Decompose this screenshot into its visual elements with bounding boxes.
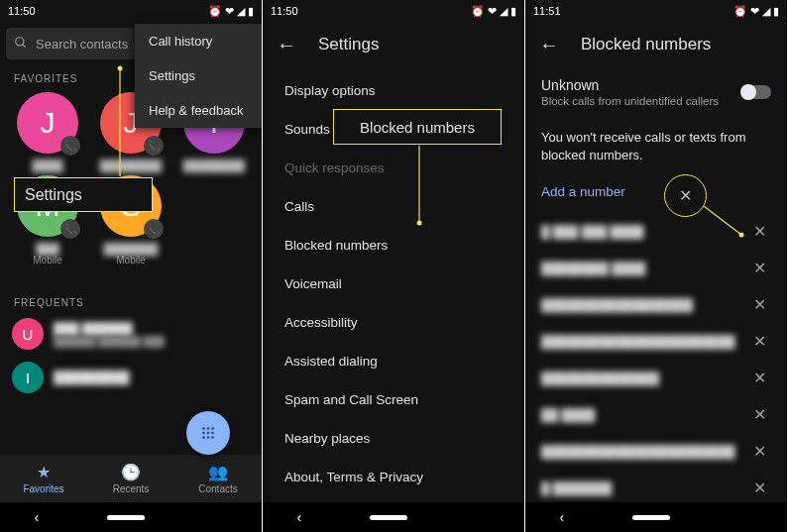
tab-contacts[interactable]: 👥 Contacts (174, 455, 262, 502)
avatar-i: I (12, 362, 44, 393)
svg-point-9 (207, 436, 210, 439)
callout-blocked-numbers: Blocked numbers (333, 109, 502, 145)
nav-home[interactable] (107, 515, 145, 520)
blocked-item: ██ ████✕ (535, 396, 777, 433)
status-icons: ⏰ ❤ ◢ ▮ (733, 5, 779, 18)
phone-icon: 📞 (144, 219, 164, 239)
android-navbar: ‹ (263, 502, 524, 532)
setting-accessibility[interactable]: Accessibility (263, 303, 524, 342)
setting-quick-responses[interactable]: Quick responses (263, 149, 524, 187)
phone-icon: 📞 (60, 136, 80, 156)
setting-voicemail[interactable]: Voicemail (263, 265, 524, 303)
nav-home[interactable] (632, 515, 670, 520)
menu-settings[interactable]: Settings (135, 58, 262, 93)
back-arrow-icon[interactable]: ← (277, 34, 296, 56)
svg-point-10 (211, 436, 214, 439)
callout-settings: Settings (14, 177, 153, 212)
svg-point-7 (211, 432, 214, 435)
remove-icon[interactable]: ✕ (747, 332, 771, 351)
remove-icon[interactable]: ✕ (747, 295, 771, 314)
add-number-button[interactable]: Add a number (525, 170, 787, 213)
blocked-description: You won't receive calls or texts from bl… (525, 117, 787, 170)
search-icon (14, 36, 28, 53)
svg-point-0 (16, 37, 24, 45)
remove-icon[interactable]: ✕ (747, 222, 771, 241)
svg-point-3 (207, 427, 210, 430)
tab-favorites[interactable]: ★ Favorites (0, 455, 87, 502)
clock-icon: 🕒 (121, 463, 141, 481)
tab-recents[interactable]: 🕒 Recents (87, 455, 174, 502)
callout-remove-x: ✕ (664, 174, 707, 217)
remove-icon[interactable]: ✕ (747, 442, 771, 461)
search-placeholder: Search contacts (36, 37, 128, 52)
avatar-u: U (12, 318, 44, 350)
page-title: Settings (318, 35, 379, 54)
nav-back[interactable]: ‹ (297, 509, 302, 525)
page-title: Blocked numbers (581, 35, 711, 54)
status-bar: 11:50 ⏰ ❤ ◢ ▮ (263, 0, 524, 22)
remove-icon[interactable]: ✕ (747, 479, 771, 497)
clock: 11:51 (533, 5, 561, 17)
setting-assisted-dialing[interactable]: Assisted dialing (263, 342, 524, 380)
android-navbar: ‹ (0, 502, 262, 532)
menu-call-history[interactable]: Call history (135, 24, 262, 58)
blocked-item: ███████████████████████✕ (535, 433, 777, 470)
dialpad-fab[interactable] (186, 411, 230, 455)
svg-point-8 (202, 436, 205, 439)
unknown-subtitle: Block calls from unidentified callers (541, 95, 741, 107)
setting-spam[interactable]: Spam and Call Screen (263, 380, 524, 419)
svg-line-1 (23, 44, 26, 47)
frequents-header: FREQUENTS (0, 289, 262, 312)
unknown-title: Unknown (541, 77, 741, 93)
status-icons: ⏰ ❤ ◢ ▮ (208, 5, 254, 18)
overflow-menu: Call history Settings Help & feedback (135, 24, 262, 128)
setting-blocked-numbers[interactable]: Blocked numbers (263, 226, 524, 265)
nav-back[interactable]: ‹ (35, 509, 40, 525)
phone-icon: 📞 (60, 219, 80, 239)
back-arrow-icon[interactable]: ← (539, 34, 559, 56)
blocked-list: █ ███ ███ ████✕ ████████ ████✕ █████████… (525, 213, 787, 532)
svg-point-6 (207, 432, 210, 435)
pane-settings: 11:50 ⏰ ❤ ◢ ▮ ← Settings Display options… (263, 0, 525, 532)
setting-display-options[interactable]: Display options (263, 71, 524, 110)
blocked-item: ██████████████████✕ (535, 286, 777, 323)
blocked-item: ██████████████✕ (535, 360, 777, 396)
frequent-item[interactable]: I █████████ (0, 356, 262, 399)
status-bar: 11:50 ⏰ ❤ ◢ ▮ (0, 0, 262, 22)
avatar-j1[interactable]: J 📞 (17, 92, 78, 154)
status-bar: 11:51 ⏰ ❤ ◢ ▮ (525, 0, 787, 22)
svg-point-4 (211, 427, 214, 430)
status-icons: ⏰ ❤ ◢ ▮ (471, 5, 516, 18)
clock: 11:50 (8, 5, 36, 17)
clock: 11:50 (271, 5, 298, 17)
people-icon: 👥 (208, 463, 228, 481)
star-icon: ★ (37, 463, 51, 481)
nav-back[interactable]: ‹ (560, 509, 565, 525)
frequent-item[interactable]: U ███ ██████ ██████ ██████ ███ (0, 312, 262, 356)
menu-help[interactable]: Help & feedback (135, 93, 262, 128)
setting-calls[interactable]: Calls (263, 187, 524, 226)
remove-icon[interactable]: ✕ (747, 259, 771, 277)
svg-point-5 (202, 432, 205, 435)
blocked-item: ████████ ████✕ (535, 250, 777, 286)
svg-point-2 (202, 427, 205, 430)
android-navbar: ‹ (525, 502, 787, 532)
remove-icon[interactable]: ✕ (747, 405, 771, 424)
remove-icon[interactable]: ✕ (747, 369, 771, 387)
blocked-item: █ ███████✕ (535, 470, 777, 506)
setting-nearby[interactable]: Nearby places (263, 419, 524, 458)
setting-about[interactable]: About, Terms & Privacy (263, 458, 524, 496)
pane-blocked-numbers: 11:51 ⏰ ❤ ◢ ▮ ← Blocked numbers Unknown … (525, 0, 788, 532)
blocked-item: █ ███ ███ ████✕ (535, 213, 777, 250)
bottom-tabs: ★ Favorites 🕒 Recents 👥 Contacts (0, 455, 262, 502)
phone-icon: 📞 (144, 136, 164, 156)
blocked-item: ███████████████████████✕ (535, 323, 777, 360)
unknown-toggle[interactable] (741, 85, 771, 99)
nav-home[interactable] (370, 515, 407, 520)
pane-contacts: 11:50 ⏰ ❤ ◢ ▮ Search contacts Call histo… (0, 0, 263, 532)
